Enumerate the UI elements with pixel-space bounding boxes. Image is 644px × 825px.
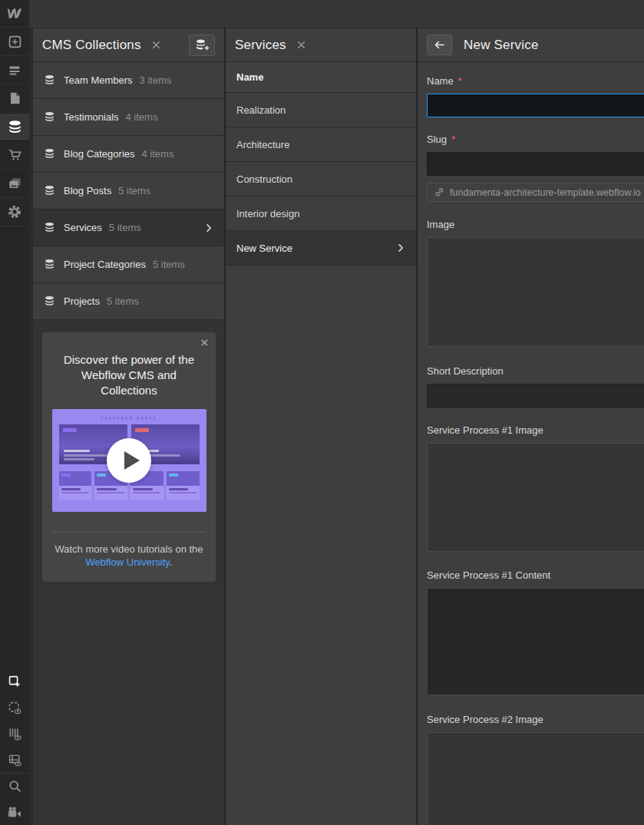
top-strip [29, 0, 644, 28]
collections-panel-title: CMS Collections [42, 38, 141, 53]
collection-count: 5 items [153, 259, 185, 270]
field-label-text: Service Process #1 Content [427, 569, 550, 581]
select-tool-icon[interactable] [0, 668, 29, 695]
collection-stack-icon [44, 259, 55, 270]
collection-label: Team Members [64, 74, 133, 86]
designer-toolbar [0, 0, 29, 825]
collection-stack-icon [44, 74, 55, 86]
preview-card [59, 471, 92, 500]
services-close-icon[interactable] [296, 40, 306, 50]
collection-count: 4 items [142, 148, 174, 160]
collection-label: Testimonials [64, 111, 119, 123]
collection-label: Projects [64, 295, 100, 307]
field-label-text: Slug [427, 134, 447, 145]
add-elements-icon[interactable] [0, 28, 29, 56]
toolbar-bottom-group [0, 668, 29, 825]
service-item-new-service[interactable]: New Service [226, 231, 416, 266]
service-item-realization[interactable]: Realization [226, 93, 416, 127]
preview-card [167, 471, 200, 500]
settings-gear-icon[interactable] [0, 198, 29, 226]
webflow-university-link[interactable]: Webflow University [86, 556, 170, 568]
new-service-editor-panel: New Service Name * Slug * fundamenta-arc… [416, 28, 644, 825]
services-panel: Services Name Realization Architecture C… [224, 28, 416, 825]
promo-footer: Watch more video tutorials on the Webflo… [51, 543, 206, 569]
sp2-image-dropzone[interactable] [427, 732, 644, 825]
collection-item-blog-posts[interactable]: Blog Posts 5 items [33, 173, 224, 210]
back-button[interactable] [427, 35, 452, 55]
chevron-right-icon [396, 243, 405, 252]
editor-panel-title: New Service [464, 38, 539, 53]
zoom-search-icon[interactable] [0, 773, 29, 799]
xray-mode-icon[interactable] [0, 695, 29, 721]
ecommerce-icon[interactable] [0, 141, 29, 170]
field-label-text: Service Process #2 Image [427, 714, 543, 725]
webflow-designer-window: CMS Collections Team Members 3 items Tes… [0, 0, 644, 825]
collection-stack-icon [44, 111, 55, 123]
editor-fields: Name * Slug * fundamenta-architecture-te… [418, 75, 644, 825]
collection-item-blog-categories[interactable]: Blog Categories 4 items [33, 136, 224, 173]
video-tutorials-icon[interactable] [0, 799, 29, 825]
field-label-text: Service Process #1 Image [427, 424, 543, 436]
video-thumbnail[interactable]: FEATURED POSTS [52, 409, 206, 512]
cms-promo-card: Discover the power of the Webflow CMS an… [42, 332, 216, 582]
service-item-label: Construction [236, 173, 292, 185]
collection-item-team-members[interactable]: Team Members 3 items [33, 62, 224, 99]
collection-item-project-categories[interactable]: Project Categories 5 items [33, 246, 224, 283]
link-icon [434, 187, 444, 197]
collection-count: 4 items [126, 111, 158, 123]
field-label-text: Image [427, 219, 454, 230]
collections-list: Team Members 3 items Testimonials 4 item… [33, 62, 224, 320]
collection-stack-icon [44, 295, 55, 307]
play-button-icon[interactable] [107, 438, 151, 483]
name-field-label: Name * [427, 75, 644, 87]
thumbnail-preview-heading: FEATURED POSTS [52, 409, 206, 421]
sp1-image-field-label: Service Process #1 Image [427, 424, 644, 436]
field-label-text: Short Description [427, 365, 504, 377]
pages-icon[interactable] [0, 84, 29, 113]
short-description-field-label: Short Description [427, 365, 644, 377]
promo-footer-text: Watch more video tutorials on the [54, 543, 203, 555]
collection-count: 5 items [107, 295, 139, 307]
add-collection-button[interactable] [189, 35, 215, 56]
assets-icon[interactable] [0, 170, 29, 198]
cms-collections-icon[interactable] [0, 113, 29, 141]
service-item-construction[interactable]: Construction [226, 162, 416, 196]
collections-close-icon[interactable] [151, 40, 161, 50]
editor-panel-header: New Service [418, 28, 644, 62]
collection-count: 3 items [140, 74, 172, 86]
image-field-label: Image [427, 219, 644, 230]
service-item-label: Interior design [236, 208, 299, 219]
services-panel-header: Services [226, 28, 416, 62]
collection-count: 5 items [118, 185, 150, 196]
webflow-logo-icon[interactable] [0, 0, 29, 28]
service-item-label: Realization [236, 104, 286, 116]
collection-item-testimonials[interactable]: Testimonials 4 items [33, 99, 224, 136]
sp1-content-input[interactable] [427, 588, 644, 695]
promo-title: Discover the power of the Webflow CMS an… [51, 352, 206, 398]
image-dropzone[interactable] [427, 237, 644, 347]
collection-label: Services [64, 222, 102, 233]
collection-item-projects[interactable]: Projects 5 items [33, 283, 224, 320]
collections-panel-header: CMS Collections [33, 28, 224, 62]
short-description-input[interactable] [427, 384, 644, 408]
chevron-right-icon [204, 223, 213, 233]
required-asterisk: * [451, 134, 455, 145]
services-panel-title: Services [235, 38, 286, 53]
sp1-image-dropzone[interactable] [427, 443, 644, 552]
slug-url-preview: fundamenta-architecture-template.webflow… [427, 183, 644, 202]
service-item-interior-design[interactable]: Interior design [226, 196, 416, 231]
name-input[interactable] [427, 94, 644, 117]
collection-item-services[interactable]: Services 5 items [33, 210, 224, 246]
service-item-architecture[interactable]: Architecture [226, 127, 416, 162]
sp1-content-field-label: Service Process #1 Content [427, 569, 644, 581]
collection-label: Blog Posts [64, 185, 111, 196]
services-column-header: Name [226, 62, 416, 93]
layout-outlines-icon[interactable] [0, 747, 29, 773]
guides-icon[interactable] [0, 721, 29, 747]
slug-url-text: fundamenta-architecture-template.webflow… [450, 187, 641, 198]
collection-label: Project Categories [64, 259, 146, 270]
navigator-icon[interactable] [0, 56, 29, 84]
service-item-label: New Service [236, 243, 292, 254]
slug-input[interactable] [427, 152, 644, 176]
promo-close-icon[interactable] [200, 338, 209, 347]
